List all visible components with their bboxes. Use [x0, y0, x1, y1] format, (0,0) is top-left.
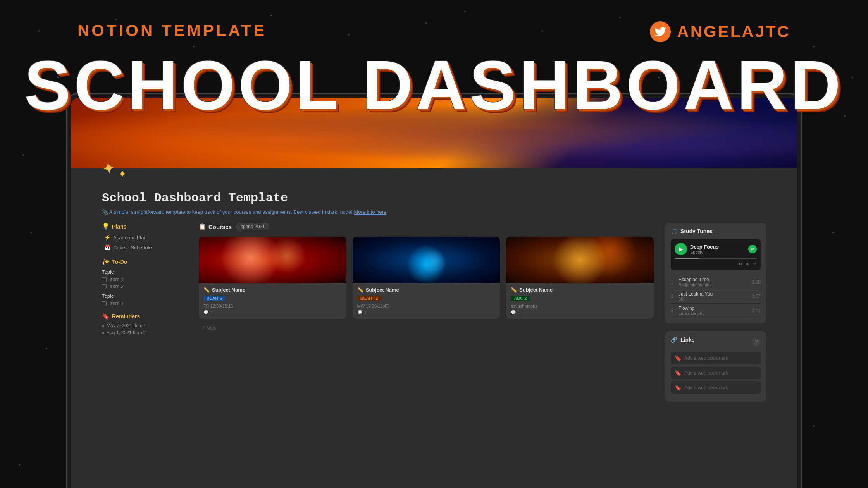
courses-title: 📋 Courses [199, 223, 232, 230]
courses-header: 📋 Courses spring 2021 [199, 223, 654, 230]
track-artist-1: Benjamin Martins [679, 282, 752, 287]
track-artist-3: Lucas Delphy [679, 311, 752, 316]
reminder-text-2: Aug 1, 2021 Item 2 [107, 330, 146, 335]
main-title: SCHOOL DASHBOARD [24, 50, 844, 120]
reminder-dot-1 [102, 325, 104, 327]
track-duration-1: 3:20 [752, 279, 761, 285]
links-icon: 🔗 [671, 337, 677, 343]
plans-label: Plans [112, 223, 126, 230]
courses-icon: 📋 [199, 223, 206, 230]
svg-point-3 [270, 15, 272, 16]
track-name-2: Just Look at You [679, 291, 752, 297]
share-icon[interactable]: ↗ [753, 261, 757, 266]
track-name-1: Escaping Time [679, 277, 752, 282]
links-section: 🔗 Links ? 🔖 Add a web bookmark [665, 331, 766, 402]
todo-item-1-1[interactable]: Item 1 [102, 277, 187, 282]
course-schedule-2: MW 17:30-18:45 [357, 304, 496, 308]
reminder-2: Aug 1, 2021 Item 2 [102, 330, 187, 335]
courses-label: Courses [208, 223, 232, 230]
course-card-2[interactable]: ✏️ Subject Name BLAH 42 MW 17:30-18:45 💬… [353, 237, 500, 319]
prev-icon[interactable]: ⏮ [737, 261, 742, 266]
academic-plan-icon: ⚡ [104, 234, 111, 241]
checkbox-1-1[interactable] [102, 277, 107, 282]
course-tag-3: ABC 2 [511, 296, 530, 301]
track-num-2: 2 [671, 294, 679, 299]
twitter-icon [650, 21, 671, 42]
link-icon-1: 🔖 [675, 355, 681, 361]
track-duration-2: 3:07 [752, 294, 761, 299]
track-item-1[interactable]: 1 Escaping Time Benjamin Martins 3:20 [671, 275, 761, 289]
course-card-1[interactable]: ✏️ Subject Name BLAH 5 TR 12:30-15:15 💬 … [199, 237, 346, 319]
checkbox-2-1[interactable] [102, 301, 107, 306]
courses-grid: ✏️ Subject Name BLAH 5 TR 12:30-15:15 💬 … [199, 237, 654, 319]
tunes-icon: 🎵 [671, 228, 677, 234]
semester-filter[interactable]: spring 2021 [236, 223, 269, 230]
laptop-screen: ✦ ✦ School Dashboard Template 📎 A simple… [71, 98, 797, 488]
todo-item-label-1-2: Item 2 [110, 284, 124, 289]
reminder-1: May 7, 2021 Item 1 [102, 323, 187, 328]
links-header: 🔗 Links [671, 337, 695, 343]
course-thumbnail-2 [353, 237, 500, 283]
academic-plan-label: Academic Plan [113, 235, 147, 241]
track-info-3: Flowing Lucas Delphy [679, 306, 752, 316]
track-item-3[interactable]: 3 Flowing Lucas Delphy 2:11 [671, 304, 761, 318]
course-pencil-icon-3: ✏️ [511, 287, 517, 293]
spotify-info: ▶ Deep Focus Spotify [675, 243, 719, 255]
track-artist-2: 369 [679, 297, 752, 301]
twitter-handle: ANGELAJTC [650, 21, 790, 42]
course-card-3[interactable]: ✏️ Subject Name ABC 2 asynchronous 💬 1 [506, 237, 654, 319]
course-name-2: ✏️ Subject Name [357, 287, 496, 293]
spotify-playlist-title: Deep Focus [690, 244, 719, 250]
spotify-player: ▶ Deep Focus Spotify [671, 239, 761, 270]
page-title: School Dashboard Template [102, 168, 766, 205]
middle-panel: 📋 Courses spring 2021 [199, 223, 654, 402]
spotify-play-button[interactable]: ▶ [675, 243, 687, 255]
spotify-logo-icon [748, 245, 757, 253]
course-tag-2: BLAH 42 [357, 296, 381, 301]
track-name-3: Flowing [679, 306, 752, 311]
course-thumbnail-1 [199, 237, 346, 283]
notion-content: ✦ ✦ School Dashboard Template 📎 A simple… [71, 168, 797, 417]
todo-item-2-1[interactable]: Item 1 [102, 301, 187, 306]
academic-plan-item[interactable]: ⚡ Academic Plan [102, 233, 187, 242]
links-header-row: 🔗 Links ? [671, 337, 761, 347]
spotify-platform: Spotify [690, 250, 719, 254]
reminders-label: Reminders [112, 313, 140, 320]
todo-item-1-2[interactable]: Item 2 [102, 284, 187, 289]
course-info-3: ✏️ Subject Name ABC 2 asynchronous 💬 1 [506, 283, 654, 319]
svg-point-21 [813, 425, 815, 427]
course-schedule-item[interactable]: 📅 Course Schedule [102, 243, 187, 252]
next-icon[interactable]: ⏭ [745, 261, 750, 266]
subtitle-link[interactable]: More info here [354, 209, 386, 215]
study-tunes-section: 🎵 Study Tunes ▶ Deep [665, 223, 766, 323]
plans-icon: 💡 [102, 223, 110, 230]
help-badge[interactable]: ? [752, 338, 761, 346]
right-panel: 🎵 Study Tunes ▶ Deep [665, 223, 766, 402]
link-item-2[interactable]: 🔖 Add a web bookmark [671, 367, 761, 379]
reminder-text-1: May 7, 2021 Item 1 [107, 323, 146, 328]
course-schedule-1: TR 12:30-15:15 [203, 304, 342, 308]
svg-point-7 [619, 17, 621, 18]
todo-section: ✨ To-Do Topic Item 1 It [102, 258, 187, 306]
track-num-3: 3 [671, 308, 679, 313]
todo-icon: ✨ [102, 258, 110, 265]
add-new-button[interactable]: + New [199, 323, 654, 332]
course-tag-1: BLAH 5 [203, 296, 225, 301]
link-icon-2: 🔖 [675, 370, 681, 376]
page-header: NOTION TEMPLATE ANGELAJTC SCHOOL DASHBOA… [0, 21, 868, 137]
link-item-3[interactable]: 🔖 Add a web bookmark [671, 381, 761, 394]
spotify-track-info: Deep Focus Spotify [690, 244, 719, 254]
course-comments-1: 💬 1 [203, 310, 342, 315]
course-pencil-icon-1: ✏️ [203, 287, 210, 293]
page-subtitle: 📎 A simple, straightforward template to … [102, 209, 766, 215]
spotify-progress-fill [675, 258, 699, 259]
course-schedule-3: asynchronous [511, 304, 649, 308]
course-comments-2: 💬 1 [357, 310, 496, 315]
track-item-2[interactable]: 2 Just Look at You 369 3:07 [671, 289, 761, 304]
course-schedule-icon: 📅 [104, 244, 111, 251]
svg-point-17 [832, 232, 834, 233]
comment-icon-1: 💬 [203, 310, 209, 315]
checkbox-1-2[interactable] [102, 284, 107, 289]
spotify-progress-bar[interactable] [675, 258, 757, 259]
link-item-1[interactable]: 🔖 Add a web bookmark [671, 352, 761, 364]
